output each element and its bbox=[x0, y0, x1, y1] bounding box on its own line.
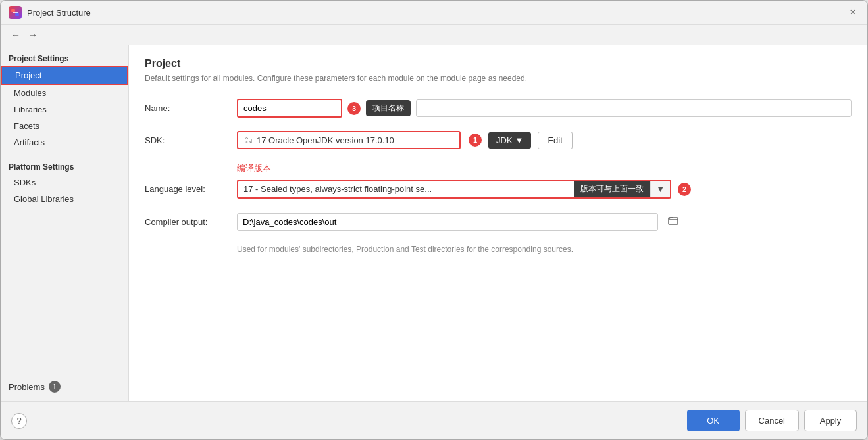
language-badge: 2 bbox=[678, 183, 691, 196]
name-label: Name: bbox=[145, 103, 230, 113]
sdk-label: SDK: bbox=[145, 135, 230, 145]
folder-icon: 🗂 bbox=[243, 135, 253, 145]
language-row: Language level: 17 - Sealed types, alway… bbox=[145, 180, 852, 199]
content-title: Project bbox=[145, 58, 852, 70]
platform-settings-label: Platform Settings bbox=[1, 159, 128, 174]
cancel-button[interactable]: Cancel bbox=[745, 410, 799, 431]
ok-button[interactable]: OK bbox=[687, 410, 740, 431]
language-value: 17 - Sealed types, always-strict floatin… bbox=[238, 181, 574, 197]
close-button[interactable]: × bbox=[846, 6, 859, 19]
sdk-badge: 1 bbox=[469, 134, 482, 147]
name-badge: 3 bbox=[347, 102, 361, 115]
sidebar-item-artifacts[interactable]: Artifacts bbox=[1, 134, 128, 151]
compiler-note: Used for modules' subdirectories, Produc… bbox=[237, 245, 852, 254]
edit-button[interactable]: Edit bbox=[538, 132, 572, 149]
name-input[interactable] bbox=[237, 99, 342, 118]
name-rest-input[interactable] bbox=[416, 99, 852, 117]
app-icon bbox=[9, 6, 22, 19]
footer-right: OK Cancel Apply bbox=[687, 410, 857, 431]
sdk-annotation: 编译版本 bbox=[237, 163, 271, 173]
sidebar-item-facets[interactable]: Facets bbox=[1, 118, 128, 134]
main-content: Project Settings Project Modules Librari… bbox=[1, 45, 867, 401]
sdk-value: 17 Oracle OpenJDK version 17.0.10 bbox=[257, 135, 394, 145]
footer-left: ? bbox=[11, 413, 27, 429]
compiler-input[interactable] bbox=[237, 213, 658, 231]
dialog-footer: ? OK Cancel Apply bbox=[1, 401, 867, 439]
compiler-row: Compiler output: bbox=[145, 212, 852, 232]
name-tooltip: 项目名称 bbox=[366, 100, 411, 116]
content-subtitle: Default settings for all modules. Config… bbox=[145, 74, 852, 83]
sidebar: Project Settings Project Modules Librari… bbox=[1, 45, 129, 401]
help-button[interactable]: ? bbox=[11, 413, 27, 429]
title-bar: Project Structure × bbox=[1, 1, 867, 25]
compiler-browse-button[interactable] bbox=[665, 212, 682, 232]
language-label: Language level: bbox=[145, 184, 230, 194]
language-dropdown[interactable]: 17 - Sealed types, always-strict floatin… bbox=[237, 180, 671, 199]
nav-bar: ← → bbox=[1, 25, 867, 45]
name-input-wrapper: 3 项目名称 bbox=[237, 99, 852, 118]
dropdown-arrow[interactable]: ▼ bbox=[650, 181, 670, 197]
sidebar-item-libraries[interactable]: Libraries bbox=[1, 101, 128, 118]
back-button[interactable]: ← bbox=[9, 28, 23, 42]
forward-button[interactable]: → bbox=[26, 28, 40, 42]
sdk-dropdown[interactable]: 🗂 17 Oracle OpenJDK version 17.0.10 bbox=[237, 131, 461, 149]
project-structure-dialog: Project Structure × ← → Project Settings… bbox=[0, 0, 868, 440]
dialog-title: Project Structure bbox=[27, 8, 841, 18]
compiler-label: Compiler output: bbox=[145, 217, 230, 227]
name-row: Name: 3 项目名称 bbox=[145, 99, 852, 118]
apply-button[interactable]: Apply bbox=[804, 410, 857, 431]
jdk-button[interactable]: JDK ▼ bbox=[488, 132, 531, 149]
language-tooltip: 版本可与上面一致 bbox=[574, 181, 650, 197]
sidebar-item-project[interactable]: Project bbox=[1, 66, 128, 85]
svg-rect-2 bbox=[13, 12, 18, 13]
sidebar-item-sdks[interactable]: SDKs bbox=[1, 174, 128, 191]
problems-badge: 1 bbox=[49, 381, 61, 393]
problems-label: Problems bbox=[9, 382, 45, 392]
problems-item[interactable]: Problems 1 bbox=[1, 378, 128, 396]
sidebar-item-global-libraries[interactable]: Global Libraries bbox=[1, 191, 128, 207]
sdk-row: SDK: 🗂 17 Oracle OpenJDK version 17.0.10… bbox=[145, 131, 852, 149]
sidebar-item-modules[interactable]: Modules bbox=[1, 85, 128, 101]
project-settings-label: Project Settings bbox=[1, 50, 128, 66]
content-area: Project Default settings for all modules… bbox=[129, 45, 867, 401]
